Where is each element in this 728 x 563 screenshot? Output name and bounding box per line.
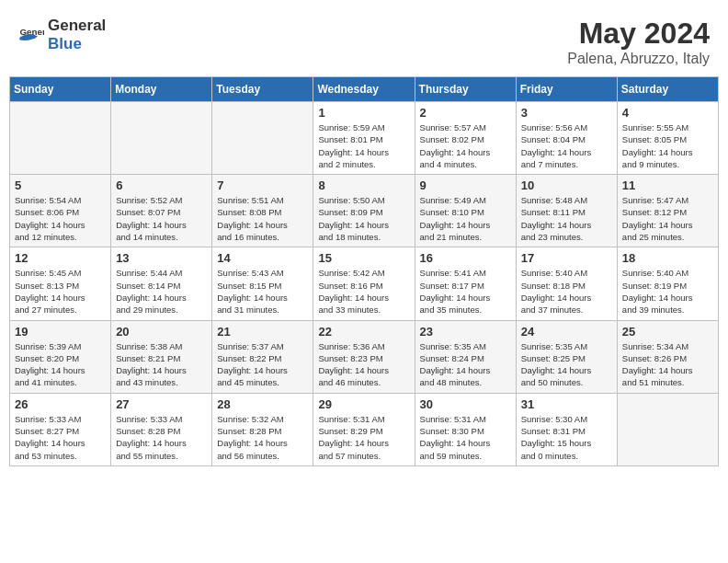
logo: General General Blue [18, 17, 106, 53]
day-of-week-header: Wednesday [313, 77, 415, 102]
calendar-day-cell: 15Sunrise: 5:42 AM Sunset: 8:16 PM Dayli… [313, 247, 415, 320]
day-of-week-header: Sunday [10, 77, 111, 102]
calendar-day-cell: 9Sunrise: 5:49 AM Sunset: 8:10 PM Daylig… [415, 175, 516, 247]
logo-blue-text: Blue [48, 35, 82, 52]
day-info: Sunrise: 5:39 AM Sunset: 8:20 PM Dayligh… [15, 340, 106, 389]
calendar-day-cell: 22Sunrise: 5:36 AM Sunset: 8:23 PM Dayli… [313, 320, 415, 393]
day-number: 5 [15, 178, 106, 192]
day-number: 29 [318, 397, 409, 411]
location-subtitle: Palena, Abruzzo, Italy [567, 51, 710, 67]
day-info: Sunrise: 5:52 AM Sunset: 8:07 PM Dayligh… [116, 194, 207, 243]
calendar-day-cell [10, 102, 111, 175]
day-number: 3 [521, 106, 612, 120]
calendar-day-cell: 6Sunrise: 5:52 AM Sunset: 8:07 PM Daylig… [111, 175, 212, 247]
day-of-week-header: Monday [111, 77, 212, 102]
day-number: 31 [521, 397, 612, 411]
day-number: 19 [15, 325, 106, 339]
calendar-day-cell: 2Sunrise: 5:57 AM Sunset: 8:02 PM Daylig… [415, 102, 516, 175]
day-info: Sunrise: 5:59 AM Sunset: 8:01 PM Dayligh… [318, 121, 409, 170]
day-number: 28 [217, 397, 308, 411]
day-of-week-header: Tuesday [212, 77, 313, 102]
day-number: 20 [116, 325, 207, 339]
calendar-day-cell: 14Sunrise: 5:43 AM Sunset: 8:15 PM Dayli… [212, 247, 313, 320]
day-info: Sunrise: 5:40 AM Sunset: 8:19 PM Dayligh… [622, 267, 713, 316]
day-number: 2 [420, 106, 511, 120]
calendar-day-cell: 8Sunrise: 5:50 AM Sunset: 8:09 PM Daylig… [313, 175, 415, 247]
calendar-day-cell: 17Sunrise: 5:40 AM Sunset: 8:18 PM Dayli… [516, 247, 617, 320]
calendar-week-row: 19Sunrise: 5:39 AM Sunset: 8:20 PM Dayli… [10, 320, 719, 393]
day-number: 6 [116, 178, 207, 192]
calendar-day-cell: 21Sunrise: 5:37 AM Sunset: 8:22 PM Dayli… [212, 320, 313, 393]
day-number: 17 [521, 251, 612, 265]
calendar-day-cell: 30Sunrise: 5:31 AM Sunset: 8:30 PM Dayli… [415, 393, 516, 465]
day-info: Sunrise: 5:31 AM Sunset: 8:30 PM Dayligh… [420, 413, 511, 462]
calendar-week-row: 26Sunrise: 5:33 AM Sunset: 8:27 PM Dayli… [10, 393, 719, 465]
day-number: 26 [15, 397, 106, 411]
day-number: 7 [217, 178, 308, 192]
day-of-week-header: Friday [516, 77, 617, 102]
day-number: 23 [420, 325, 511, 339]
day-info: Sunrise: 5:36 AM Sunset: 8:23 PM Dayligh… [318, 340, 409, 389]
day-info: Sunrise: 5:56 AM Sunset: 8:04 PM Dayligh… [521, 121, 612, 170]
day-info: Sunrise: 5:35 AM Sunset: 8:25 PM Dayligh… [521, 340, 612, 389]
day-info: Sunrise: 5:57 AM Sunset: 8:02 PM Dayligh… [420, 121, 511, 170]
day-number: 10 [521, 178, 612, 192]
calendar-day-cell [617, 393, 718, 465]
calendar-day-cell: 1Sunrise: 5:59 AM Sunset: 8:01 PM Daylig… [313, 102, 415, 175]
day-info: Sunrise: 5:43 AM Sunset: 8:15 PM Dayligh… [217, 267, 308, 316]
day-number: 15 [318, 251, 409, 265]
calendar-day-cell: 7Sunrise: 5:51 AM Sunset: 8:08 PM Daylig… [212, 175, 313, 247]
day-number: 12 [15, 251, 106, 265]
day-info: Sunrise: 5:33 AM Sunset: 8:28 PM Dayligh… [116, 413, 207, 462]
calendar-day-cell: 13Sunrise: 5:44 AM Sunset: 8:14 PM Dayli… [111, 247, 212, 320]
day-info: Sunrise: 5:42 AM Sunset: 8:16 PM Dayligh… [318, 267, 409, 316]
month-year-title: May 2024 [567, 17, 710, 51]
day-info: Sunrise: 5:55 AM Sunset: 8:05 PM Dayligh… [622, 121, 713, 170]
day-info: Sunrise: 5:48 AM Sunset: 8:11 PM Dayligh… [521, 194, 612, 243]
day-info: Sunrise: 5:45 AM Sunset: 8:13 PM Dayligh… [15, 267, 106, 316]
day-info: Sunrise: 5:31 AM Sunset: 8:29 PM Dayligh… [318, 413, 409, 462]
calendar-day-cell: 16Sunrise: 5:41 AM Sunset: 8:17 PM Dayli… [415, 247, 516, 320]
day-number: 22 [318, 325, 409, 339]
calendar-table: SundayMondayTuesdayWednesdayThursdayFrid… [9, 76, 719, 466]
day-info: Sunrise: 5:41 AM Sunset: 8:17 PM Dayligh… [420, 267, 511, 316]
calendar-day-cell: 31Sunrise: 5:30 AM Sunset: 8:31 PM Dayli… [516, 393, 617, 465]
calendar-day-cell: 4Sunrise: 5:55 AM Sunset: 8:05 PM Daylig… [617, 102, 718, 175]
day-number: 8 [318, 178, 409, 192]
day-number: 11 [622, 178, 713, 192]
day-number: 14 [217, 251, 308, 265]
calendar-day-cell: 11Sunrise: 5:47 AM Sunset: 8:12 PM Dayli… [617, 175, 718, 247]
calendar-day-cell: 29Sunrise: 5:31 AM Sunset: 8:29 PM Dayli… [313, 393, 415, 465]
calendar-day-cell: 5Sunrise: 5:54 AM Sunset: 8:06 PM Daylig… [10, 175, 111, 247]
day-info: Sunrise: 5:33 AM Sunset: 8:27 PM Dayligh… [15, 413, 106, 462]
day-info: Sunrise: 5:32 AM Sunset: 8:28 PM Dayligh… [217, 413, 308, 462]
day-info: Sunrise: 5:38 AM Sunset: 8:21 PM Dayligh… [116, 340, 207, 389]
calendar-week-row: 12Sunrise: 5:45 AM Sunset: 8:13 PM Dayli… [10, 247, 719, 320]
calendar-day-cell: 10Sunrise: 5:48 AM Sunset: 8:11 PM Dayli… [516, 175, 617, 247]
calendar-day-cell [111, 102, 212, 175]
day-info: Sunrise: 5:44 AM Sunset: 8:14 PM Dayligh… [116, 267, 207, 316]
calendar-header-row: SundayMondayTuesdayWednesdayThursdayFrid… [10, 77, 719, 102]
day-number: 1 [318, 106, 409, 120]
day-number: 18 [622, 251, 713, 265]
day-number: 4 [622, 106, 713, 120]
day-info: Sunrise: 5:49 AM Sunset: 8:10 PM Dayligh… [420, 194, 511, 243]
day-info: Sunrise: 5:30 AM Sunset: 8:31 PM Dayligh… [521, 413, 612, 462]
day-info: Sunrise: 5:47 AM Sunset: 8:12 PM Dayligh… [622, 194, 713, 243]
day-number: 30 [420, 397, 511, 411]
title-block: May 2024 Palena, Abruzzo, Italy [567, 17, 710, 67]
day-number: 27 [116, 397, 207, 411]
day-number: 24 [521, 325, 612, 339]
calendar-day-cell: 3Sunrise: 5:56 AM Sunset: 8:04 PM Daylig… [516, 102, 617, 175]
calendar-day-cell: 18Sunrise: 5:40 AM Sunset: 8:19 PM Dayli… [617, 247, 718, 320]
calendar-day-cell: 28Sunrise: 5:32 AM Sunset: 8:28 PM Dayli… [212, 393, 313, 465]
day-info: Sunrise: 5:35 AM Sunset: 8:24 PM Dayligh… [420, 340, 511, 389]
calendar-day-cell: 20Sunrise: 5:38 AM Sunset: 8:21 PM Dayli… [111, 320, 212, 393]
day-number: 9 [420, 178, 511, 192]
day-of-week-header: Thursday [415, 77, 516, 102]
day-info: Sunrise: 5:37 AM Sunset: 8:22 PM Dayligh… [217, 340, 308, 389]
day-number: 25 [622, 325, 713, 339]
day-info: Sunrise: 5:54 AM Sunset: 8:06 PM Dayligh… [15, 194, 106, 243]
day-of-week-header: Saturday [617, 77, 718, 102]
calendar-day-cell: 24Sunrise: 5:35 AM Sunset: 8:25 PM Dayli… [516, 320, 617, 393]
